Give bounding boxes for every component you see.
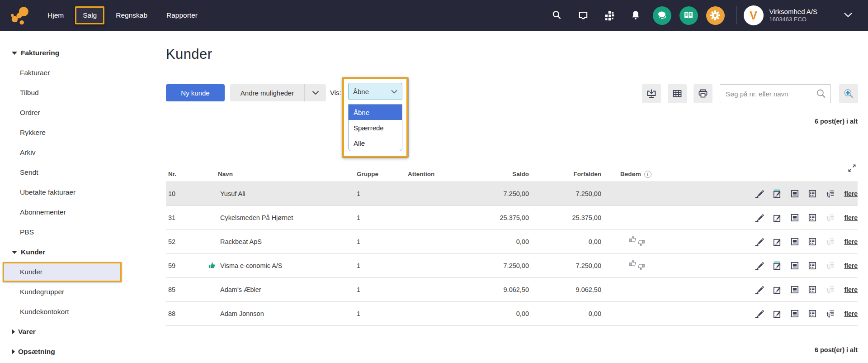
sidebar-item-fakturaer[interactable]: Fakturaer [0, 63, 125, 83]
nav-item-regnskab[interactable]: Regnskab [108, 6, 155, 24]
column-header-forfalden[interactable]: Forfalden [529, 171, 601, 177]
invoice-list-icon[interactable] [790, 189, 800, 199]
table-row[interactable]: 10 Yusuf Ali 1 7.250,00 7.250,00 [166, 182, 858, 206]
table-row[interactable]: 88 Adam Jonnson 1 0,00 0,00 [166, 302, 858, 326]
column-header-navn[interactable]: Navn [218, 171, 357, 177]
table-layout-button[interactable] [668, 84, 687, 103]
invoice-list-icon[interactable] [790, 237, 800, 247]
page-title: Kunder [166, 46, 212, 62]
sidebar-section-fakturering[interactable]: Fakturering [0, 43, 125, 63]
sidebar-item-abonnementer[interactable]: Abonnementer [0, 202, 125, 222]
transfer-icon[interactable] [825, 285, 835, 295]
edit-customer-icon[interactable] [772, 213, 782, 223]
column-header-bedom-label[interactable]: Bedøm [620, 171, 641, 177]
transfer-icon[interactable] [825, 309, 835, 319]
edit-customer-icon[interactable] [772, 189, 782, 199]
export-button[interactable] [642, 84, 661, 103]
more-link[interactable]: flere [844, 262, 858, 269]
more-link[interactable]: flere [844, 238, 858, 245]
sidebar-section-varer[interactable]: Varer [0, 322, 125, 342]
transfer-icon[interactable] [825, 189, 835, 199]
account-card-icon[interactable] [807, 189, 817, 199]
edit-customer-icon[interactable] [772, 285, 782, 295]
other-options-button[interactable]: Andre muligheder [230, 84, 326, 101]
search-submit-icon[interactable] [815, 88, 827, 100]
cell-balance: 0,00 [455, 310, 529, 317]
more-link[interactable]: flere [844, 190, 858, 197]
sidebar-item-kundegrupper[interactable]: Kundegrupper [0, 282, 125, 302]
view-filter-select[interactable]: Åbne [348, 83, 402, 100]
rate-thumbs-up-down-icon[interactable] [628, 259, 646, 272]
more-link[interactable]: flere [844, 214, 858, 221]
advanced-search-button[interactable] [839, 84, 858, 103]
sidebar-section-kunder[interactable]: Kunder [0, 242, 125, 262]
inbox-icon[interactable] [577, 10, 589, 21]
company-name: Virksomhed A/S [769, 8, 817, 16]
edit-pencil-icon[interactable] [755, 237, 764, 247]
column-header-saldo[interactable]: Saldo [455, 171, 529, 177]
filter-option-aabne[interactable]: Åbne [349, 105, 402, 120]
nav-item-hjem[interactable]: Hjem [40, 6, 71, 24]
edit-pencil-icon[interactable] [755, 189, 764, 199]
table-row[interactable]: 59 Visma e-conomic A/S 1 7.250,00 7.250,… [166, 254, 858, 278]
account-card-icon[interactable] [807, 285, 817, 295]
transfer-icon[interactable] [825, 261, 835, 271]
transfer-icon[interactable] [825, 237, 835, 247]
edit-pencil-icon[interactable] [755, 309, 764, 319]
filter-option-alle[interactable]: Alle [349, 135, 402, 151]
print-button[interactable] [693, 84, 712, 103]
more-link[interactable]: flere [844, 286, 858, 293]
help-book-icon[interactable] [679, 6, 698, 25]
sidebar-item-sendt[interactable]: Sendt [0, 162, 125, 182]
sidebar-item-pbs[interactable]: PBS [0, 222, 125, 242]
filter-option-spaerrede[interactable]: Spærrede [349, 120, 402, 135]
invoice-list-icon[interactable] [790, 261, 800, 271]
info-icon[interactable]: i [644, 171, 651, 178]
more-link[interactable]: flere [844, 310, 858, 317]
edit-customer-icon[interactable] [772, 237, 782, 247]
sidebar-item-arkiv[interactable]: Arkiv [0, 143, 125, 162]
new-customer-button[interactable]: Ny kunde [166, 84, 225, 101]
account-card-icon[interactable] [807, 213, 817, 223]
chevron-down-icon[interactable] [844, 11, 853, 19]
column-header-gruppe[interactable]: Gruppe [357, 171, 408, 177]
account-card-icon[interactable] [807, 261, 817, 271]
edit-pencil-icon[interactable] [755, 261, 764, 271]
edit-customer-icon[interactable] [772, 309, 782, 319]
transfer-icon[interactable] [825, 213, 835, 223]
column-header-nr[interactable]: Nr. [166, 171, 218, 177]
chat-icon[interactable] [653, 6, 671, 25]
sidebar-item-rykkere[interactable]: Rykkere [0, 123, 125, 143]
account-card-icon[interactable] [807, 237, 817, 247]
edit-customer-icon[interactable] [772, 261, 782, 271]
nav-item-rapporter[interactable]: Rapporter [159, 6, 205, 24]
sidebar-item-ubetalte-fakturaer[interactable]: Ubetalte fakturaer [0, 182, 125, 202]
notifications-bell-icon[interactable] [630, 10, 642, 21]
cell-group: 1 [357, 214, 408, 221]
apps-grid-icon[interactable] [604, 10, 615, 21]
table-row[interactable]: 85 Adam's Æbler 1 9.062,50 9.062,50 [166, 278, 858, 302]
column-header-attention[interactable]: Attention [408, 171, 455, 177]
search-input[interactable] [720, 90, 815, 98]
e-conomic-logo-icon[interactable] [9, 5, 31, 26]
edit-pencil-icon[interactable] [755, 213, 764, 223]
invoice-list-icon[interactable] [790, 285, 800, 295]
nav-item-salg[interactable]: Salg [75, 6, 104, 24]
sidebar-item-ordrer[interactable]: Ordrer [0, 103, 125, 123]
sidebar-item-kundekontokort[interactable]: Kundekontokort [0, 302, 125, 322]
column-header-bedom: Bedøm i [601, 171, 660, 178]
invoice-list-icon[interactable] [790, 309, 800, 319]
company-info[interactable]: Virksomhed A/S 1603463 ECO [769, 8, 817, 24]
search-icon[interactable] [551, 10, 563, 21]
sidebar-item-kunder[interactable]: Kunder [3, 262, 122, 282]
edit-pencil-icon[interactable] [755, 285, 764, 295]
rate-thumbs-up-down-icon[interactable] [628, 235, 646, 248]
table-row[interactable]: 52 Rackbeat ApS 1 0,00 0,00 [166, 230, 858, 254]
sidebar-section-opsaetning[interactable]: Opsætning [0, 342, 125, 362]
settings-gear-icon[interactable] [706, 6, 725, 25]
invoice-list-icon[interactable] [790, 213, 800, 223]
account-card-icon[interactable] [807, 309, 817, 319]
table-row[interactable]: 31 Cykelsmeden På Hjørnet 1 25.375,00 25… [166, 206, 858, 230]
company-avatar[interactable]: V [744, 5, 764, 25]
sidebar-item-tilbud[interactable]: Tilbud [0, 83, 125, 103]
